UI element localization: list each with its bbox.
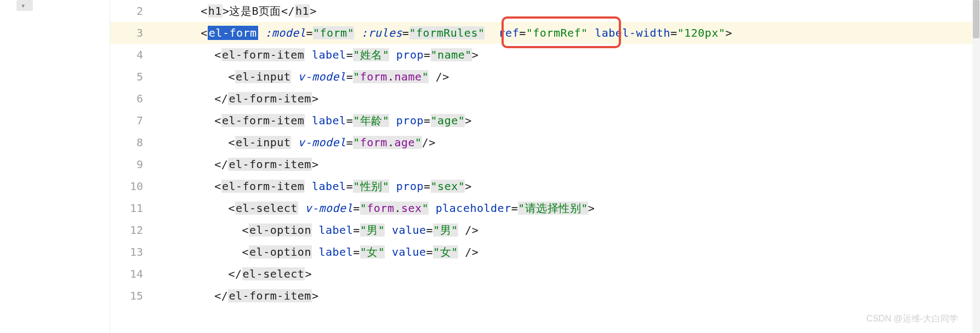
- code-line[interactable]: 14 </el-select>: [110, 263, 980, 285]
- code-line[interactable]: 5 <el-input v-model="form.name" />: [110, 66, 980, 88]
- line-number: 3: [110, 22, 159, 44]
- line-number: 10: [110, 175, 159, 197]
- watermark: CSDN @运维-大白同学: [867, 313, 958, 325]
- selection: el-form: [208, 26, 258, 40]
- code-line[interactable]: 6 </el-form-item>: [110, 88, 980, 110]
- code-line[interactable]: 10 <el-form-item label="性别" prop="sex">: [110, 175, 980, 197]
- code-line[interactable]: 13 <el-option label="女" value="女" />: [110, 241, 980, 263]
- code-line[interactable]: 2 <h1>这是B页面</h1>: [110, 0, 980, 22]
- code-line[interactable]: 4 <el-form-item label="姓名" prop="name">: [110, 44, 980, 66]
- code-line[interactable]: 7 <el-form-item label="年龄" prop="age">: [110, 110, 980, 131]
- code-line[interactable]: 12 <el-option label="男" value="男" />: [110, 219, 980, 241]
- line-number: 15: [110, 285, 159, 307]
- line-number: 7: [110, 110, 159, 131]
- code-line[interactable]: 15 </el-form-item>: [110, 285, 980, 307]
- code-line[interactable]: 9 </el-form-item>: [110, 153, 980, 175]
- line-number: 11: [110, 197, 159, 219]
- line-number: 4: [110, 44, 159, 66]
- line-number: 8: [110, 131, 159, 153]
- code-area[interactable]: 2 <h1>这是B页面</h1> 3 <el-form :model="form…: [110, 0, 980, 333]
- line-number: 14: [110, 263, 159, 285]
- code-line[interactable]: 8 <el-input v-model="form.age"/>: [110, 131, 980, 153]
- code-line[interactable]: 11 <el-select v-model="form.sex" placeho…: [110, 197, 980, 219]
- line-number: 5: [110, 66, 159, 88]
- vertical-scrollbar[interactable]: [972, 0, 980, 333]
- scrollbar-thumb[interactable]: [973, 0, 979, 38]
- line-number: 9: [110, 153, 159, 175]
- line-number: 13: [110, 241, 159, 263]
- line-number: 2: [110, 0, 159, 22]
- code-line-current[interactable]: 3 <el-form :model="form" :rules="formRul…: [110, 22, 980, 44]
- line-number: 12: [110, 219, 159, 241]
- code-editor[interactable]: ▾ 2 <h1>这是B页面</h1> 3 <el-form :model="fo…: [0, 0, 980, 333]
- line-number: 6: [110, 88, 159, 110]
- collapse-arrow-icon: ▾: [21, 1, 25, 10]
- left-panel: ▾: [0, 0, 110, 333]
